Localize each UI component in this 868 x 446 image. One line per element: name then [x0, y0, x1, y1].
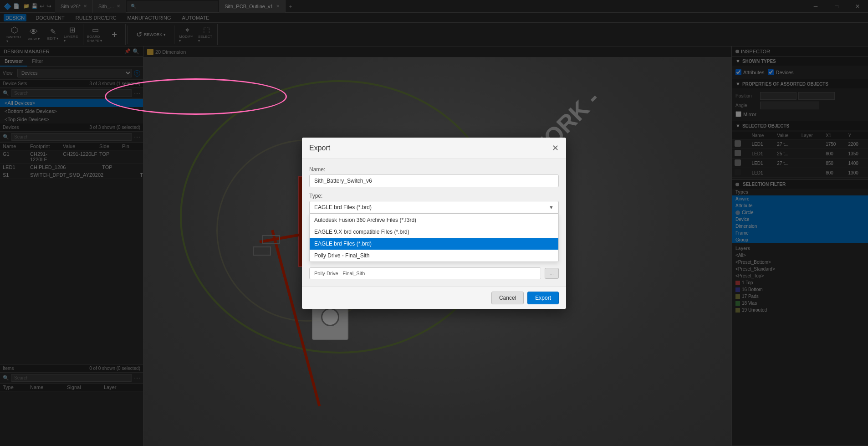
file-path-row: ... [309, 267, 559, 279]
name-label: Name: [309, 166, 559, 173]
export-modal: Export ✕ Name: Type: EAGLE brd Files (*.… [302, 138, 566, 309]
modal-header: Export ✕ [302, 138, 566, 159]
modal-title: Export [309, 144, 330, 152]
name-form-group: Name: [309, 166, 559, 187]
modal-body: Name: Type: EAGLE brd Files (*.brd) ▼ Au… [302, 159, 566, 287]
type-dropdown-trigger[interactable]: EAGLE brd Files (*.brd) ▼ [309, 201, 559, 214]
export-btn[interactable]: Export [527, 292, 559, 304]
dropdown-option-polly[interactable]: Polly Drive - Final_Sith [310, 250, 558, 261]
cancel-btn[interactable]: Cancel [491, 292, 524, 304]
dropdown-option-eagle9[interactable]: EAGLE 9.X brd compatible Files (*.brd) [310, 226, 558, 238]
dropdown-arrow-icon: ▼ [549, 205, 554, 210]
modal-footer: Cancel Export [302, 287, 566, 309]
modal-close-btn[interactable]: ✕ [552, 143, 559, 153]
type-form-group: Type: EAGLE brd Files (*.brd) ▼ Autodesk… [309, 193, 559, 262]
type-selected-label: EAGLE brd Files (*.brd) [314, 204, 549, 210]
modal-overlay[interactable]: Export ✕ Name: Type: EAGLE brd Files (*.… [0, 0, 868, 446]
dropdown-option-fusion[interactable]: Autodesk Fusion 360 Archive Files (*.f3r… [310, 214, 558, 226]
type-dropdown-container: EAGLE brd Files (*.brd) ▼ Autodesk Fusio… [309, 201, 559, 262]
type-dropdown-list: Autodesk Fusion 360 Archive Files (*.f3r… [309, 214, 559, 262]
type-label: Type: [309, 193, 559, 199]
browse-btn[interactable]: ... [545, 268, 559, 279]
name-input[interactable] [309, 174, 559, 187]
file-path-input[interactable] [309, 267, 541, 279]
dropdown-option-eagle-brd[interactable]: EAGLE brd Files (*.brd) [310, 238, 558, 250]
